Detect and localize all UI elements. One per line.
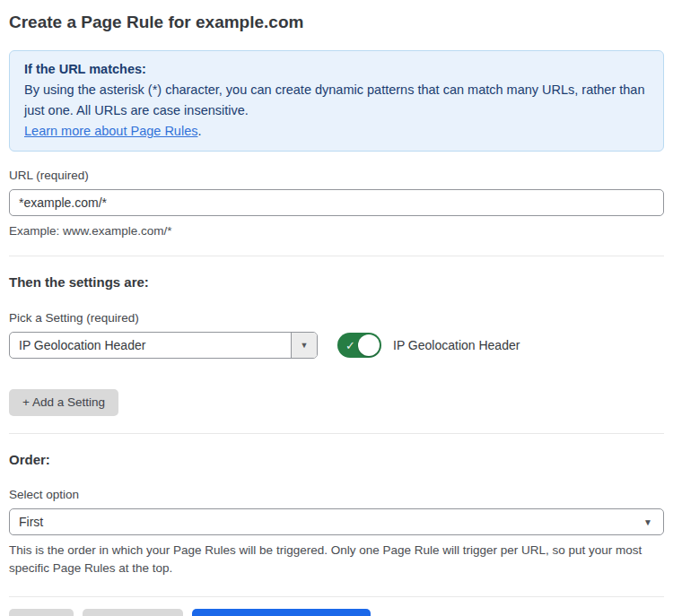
settings-section-heading: Then the settings are: [9, 274, 664, 291]
url-label: URL (required) [9, 169, 664, 182]
info-box-body: By using the asterisk (*) character, you… [24, 80, 649, 121]
order-section-heading: Order: [9, 452, 664, 468]
select-option-label: Select option [9, 488, 664, 501]
url-input[interactable] [9, 189, 664, 216]
learn-more-page-rules-link[interactable]: Learn more about Page Rules [24, 124, 197, 138]
cancel-button[interactable]: Cancel [9, 609, 74, 616]
check-icon: ✓ [345, 340, 355, 351]
footer-actions: Cancel Save as Draft Save and Deploy Pag… [9, 609, 664, 616]
order-select-value: First [19, 515, 43, 529]
order-select-chevron-down-icon: ▼ [643, 517, 652, 527]
divider [9, 256, 664, 256]
ip-geolocation-toggle[interactable]: ✓ [337, 333, 381, 358]
toggle-knob [358, 334, 380, 356]
setting-select[interactable]: IP Geolocation Header ▼ [9, 332, 318, 359]
save-and-deploy-button[interactable]: Save and Deploy Page Rule [192, 609, 371, 616]
link-period: . [197, 124, 201, 138]
save-as-draft-button[interactable]: Save as Draft [83, 609, 183, 616]
page-title: Create a Page Rule for example.com [9, 13, 664, 32]
setting-select-value: IP Geolocation Header [10, 333, 291, 358]
order-select[interactable]: First ▼ [9, 508, 664, 535]
url-example-helper: Example: www.example.com/* [9, 222, 664, 240]
divider [9, 596, 664, 597]
toggle-label: IP Geolocation Header [393, 338, 520, 352]
setting-select-chevron-down-icon[interactable]: ▼ [291, 333, 317, 358]
info-box-heading: If the URL matches: [24, 59, 649, 80]
create-page-rule-form: Create a Page Rule for example.com If th… [0, 0, 673, 616]
divider [9, 433, 664, 434]
setting-row: IP Geolocation Header ▼ ✓ IP Geolocation… [9, 332, 664, 359]
order-helper-text: This is the order in which your Page Rul… [9, 542, 660, 577]
info-box-link-row: Learn more about Page Rules. [24, 121, 649, 142]
url-match-info-box: If the URL matches: By using the asteris… [9, 50, 664, 152]
add-setting-button[interactable]: + Add a Setting [9, 389, 118, 416]
pick-setting-label: Pick a Setting (required) [9, 311, 664, 325]
